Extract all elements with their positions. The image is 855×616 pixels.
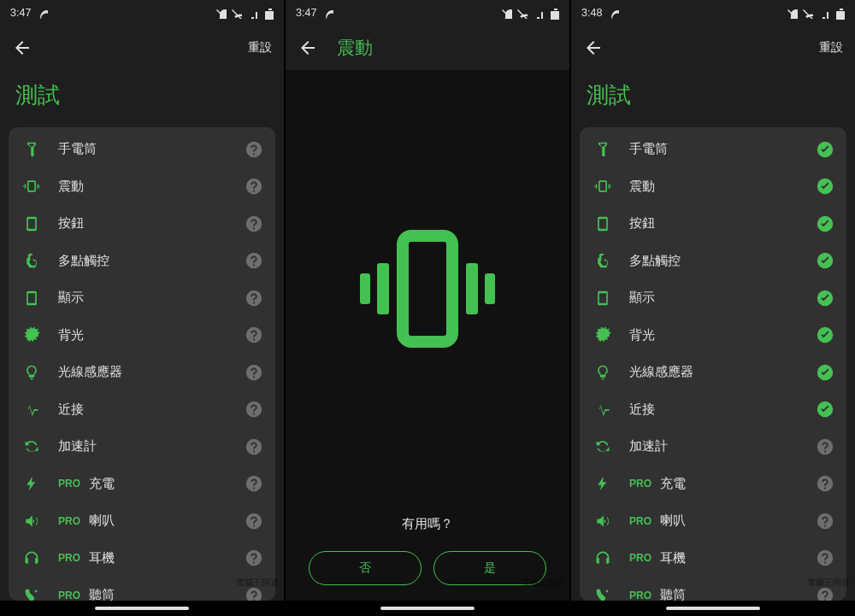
svg-rect-3	[377, 263, 389, 314]
test-row-headphone[interactable]: PRO耳機	[9, 540, 275, 578]
row-label: 聽筒	[660, 587, 816, 601]
clock: 3:48	[581, 7, 602, 19]
question-icon	[245, 214, 263, 233]
check-icon	[816, 140, 834, 159]
question-icon	[245, 549, 263, 567]
row-label: 背光	[58, 327, 245, 343]
row-label: 手電筒	[58, 141, 245, 157]
test-row-light[interactable]: 光線感應器	[580, 354, 846, 391]
signal-icon	[245, 7, 257, 19]
wifi-off-icon	[230, 7, 242, 19]
row-label: 顯示	[629, 290, 816, 306]
test-row-display[interactable]: 顯示	[580, 279, 846, 317]
refresh-icon	[607, 7, 619, 19]
test-row-flashlight[interactable]: 手電筒	[580, 131, 846, 168]
question-icon	[245, 251, 263, 270]
check-icon	[816, 400, 834, 419]
reset-button[interactable]: 重設	[248, 40, 272, 56]
test-row-backlight[interactable]: 背光	[580, 317, 846, 355]
pro-badge: PRO	[58, 552, 80, 564]
test-row-speaker[interactable]: PRO喇叭	[9, 502, 275, 540]
pro-badge: PRO	[629, 590, 652, 601]
row-label: 近接	[58, 402, 245, 418]
test-row-multitouch[interactable]: 多點觸控	[580, 243, 846, 280]
test-row-headphone[interactable]: PRO耳機	[580, 540, 846, 578]
row-label: 加速計	[629, 438, 816, 455]
test-row-charge[interactable]: PRO充電	[9, 466, 275, 503]
pro-badge: PRO	[629, 552, 652, 564]
test-row-earpiece[interactable]: PRO聽筒	[9, 577, 275, 601]
bulb-icon	[593, 363, 612, 382]
bell-off-icon	[500, 7, 512, 19]
row-label: 手電筒	[629, 141, 816, 157]
question-icon	[816, 549, 834, 567]
question-icon	[245, 586, 263, 601]
no-button[interactable]: 否	[309, 551, 422, 585]
back-icon[interactable]	[12, 38, 32, 58]
test-row-vibration[interactable]: 震動	[580, 168, 846, 206]
gear-icon	[593, 326, 612, 344]
nav-bar	[286, 601, 569, 616]
row-label: 背光	[629, 327, 816, 343]
svg-rect-5	[466, 263, 478, 314]
test-row-flashlight[interactable]: 手電筒	[9, 131, 275, 168]
question-icon	[245, 289, 263, 308]
yes-button[interactable]: 是	[433, 551, 546, 585]
bulb-icon	[22, 363, 41, 382]
pro-badge: PRO	[58, 590, 80, 601]
svg-rect-2	[403, 236, 452, 342]
back-icon[interactable]	[583, 38, 604, 58]
test-row-light[interactable]: 光線感應器	[9, 354, 275, 391]
nav-pill[interactable]	[666, 607, 760, 610]
screen-3-test-list-done: 3:48 重設 測試 手電筒震動按鈕多點觸控顯示背光光線感應器近接加速計PRO充…	[571, 0, 855, 616]
pulse-icon	[22, 400, 41, 419]
row-label: 按鈕	[58, 215, 245, 232]
status-bar: 3:47	[0, 0, 284, 26]
test-row-earpiece[interactable]: PRO聽筒	[580, 577, 846, 601]
row-label: 光線感應器	[58, 364, 245, 380]
pro-badge: PRO	[629, 515, 652, 527]
row-label: 加速計	[58, 438, 245, 455]
refresh-icon	[321, 7, 333, 19]
question-icon	[816, 586, 834, 601]
question-icon	[245, 512, 263, 531]
test-row-charge[interactable]: PRO充電	[580, 466, 846, 503]
test-row-multitouch[interactable]: 多點觸控	[9, 243, 275, 280]
test-row-backlight[interactable]: 背光	[9, 317, 275, 355]
page-title: 震動	[337, 36, 373, 60]
check-icon	[816, 214, 834, 233]
test-row-vibration[interactable]: 震動	[9, 168, 275, 206]
row-label: 充電	[89, 476, 245, 492]
test-row-display[interactable]: 顯示	[9, 279, 275, 317]
bell-off-icon	[786, 7, 798, 19]
bolt-icon	[22, 474, 41, 493]
row-label: 聽筒	[89, 587, 245, 601]
back-icon[interactable]	[298, 38, 318, 58]
test-row-speaker[interactable]: PRO喇叭	[580, 502, 846, 540]
nav-pill[interactable]	[380, 607, 475, 610]
vibration-graphic	[286, 70, 569, 507]
speaker-icon	[593, 512, 612, 531]
pulse-icon	[593, 400, 612, 419]
headphone-icon	[22, 549, 41, 567]
row-label: 多點觸控	[629, 253, 816, 269]
test-row-proximity[interactable]: 近接	[9, 391, 275, 429]
question-icon	[245, 326, 263, 344]
earpiece-icon	[593, 586, 612, 601]
row-label: 按鈕	[629, 215, 816, 232]
test-row-proximity[interactable]: 近接	[580, 391, 846, 429]
flashlight-icon	[22, 140, 41, 159]
test-row-buttons[interactable]: 按鈕	[580, 205, 846, 243]
prompt-text: 有用嗎？	[303, 516, 552, 532]
status-bar: 3:48	[571, 0, 855, 26]
reset-button[interactable]: 重設	[819, 40, 843, 56]
battery-icon	[261, 7, 274, 20]
test-row-buttons[interactable]: 按鈕	[9, 205, 275, 243]
test-row-accel[interactable]: 加速計	[9, 428, 275, 466]
clock: 3:47	[10, 7, 31, 19]
nav-pill[interactable]	[95, 607, 189, 610]
rotate-icon	[593, 437, 612, 456]
test-row-accel[interactable]: 加速計	[580, 428, 846, 466]
bolt-icon	[593, 474, 612, 493]
screen-2-vibration-test: 3:47 震動 有用嗎？ 否 是	[286, 0, 569, 616]
